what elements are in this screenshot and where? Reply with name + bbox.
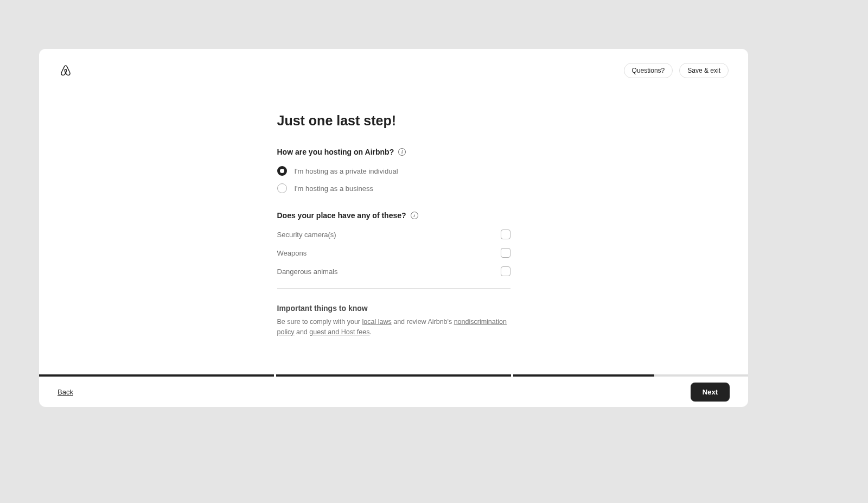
radio-icon	[277, 183, 287, 193]
content: Just one last step! How are you hosting …	[39, 81, 748, 374]
checkbox-weapons[interactable]	[501, 248, 510, 258]
save-exit-button[interactable]: Save & exit	[679, 63, 729, 78]
progress-bar	[39, 374, 748, 377]
important-mid2: and	[294, 328, 309, 336]
features-question-text: Does your place have any of these?	[277, 211, 406, 220]
airbnb-logo-icon	[59, 63, 73, 78]
checkbox-security-camera[interactable]	[501, 230, 510, 239]
page-title: Just one last step!	[277, 113, 510, 129]
progress-fill	[513, 374, 654, 377]
checkbox-label: Security camera(s)	[277, 231, 336, 239]
checkbox-label: Dangerous animals	[277, 268, 338, 276]
progress-fill	[276, 374, 511, 377]
important-text: Be sure to comply with your local laws a…	[277, 317, 510, 338]
divider	[277, 288, 510, 289]
back-button[interactable]: Back	[58, 388, 73, 396]
next-button[interactable]: Next	[691, 383, 730, 402]
hosting-question-label: How are you hosting on Airbnb? i	[277, 148, 406, 156]
radio-icon	[277, 166, 287, 176]
radio-label: I'm hosting as a business	[295, 184, 374, 193]
progress-segment-1	[39, 374, 274, 377]
important-title: Important things to know	[277, 304, 510, 313]
checkbox-row-weapons: Weapons	[277, 248, 510, 258]
local-laws-link[interactable]: local laws	[362, 318, 392, 326]
header: Questions? Save & exit	[39, 49, 748, 81]
info-icon[interactable]: i	[411, 212, 418, 219]
info-icon[interactable]: i	[398, 148, 406, 156]
radio-label: I'm hosting as a private individual	[295, 167, 398, 175]
hosting-question-text: How are you hosting on Airbnb?	[277, 148, 394, 156]
checkbox-label: Weapons	[277, 249, 307, 257]
fees-link[interactable]: guest and Host fees	[309, 328, 369, 336]
footer: Back Next	[39, 377, 748, 407]
important-suffix: .	[369, 328, 371, 336]
app-window: Questions? Save & exit Just one last ste…	[39, 49, 748, 407]
features-question-label: Does your place have any of these? i	[277, 211, 418, 220]
questions-button[interactable]: Questions?	[624, 63, 673, 78]
important-mid1: and review Airbnb's	[392, 318, 454, 326]
radio-private-individual[interactable]: I'm hosting as a private individual	[277, 166, 510, 176]
header-buttons: Questions? Save & exit	[624, 63, 729, 78]
checkbox-dangerous-animals[interactable]	[501, 266, 510, 276]
progress-segment-2	[276, 374, 511, 377]
radio-business[interactable]: I'm hosting as a business	[277, 183, 510, 193]
important-prefix: Be sure to comply with your	[277, 318, 362, 326]
progress-fill	[39, 374, 274, 377]
form-area: Just one last step! How are you hosting …	[277, 113, 510, 374]
checkbox-row-security-camera: Security camera(s)	[277, 230, 510, 239]
progress-segment-3	[513, 374, 748, 377]
checkbox-row-dangerous-animals: Dangerous animals	[277, 266, 510, 276]
